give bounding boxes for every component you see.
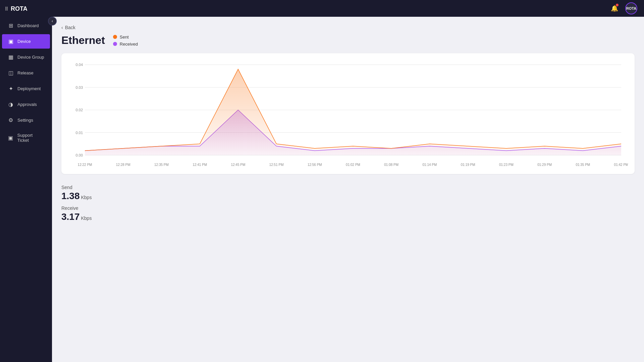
chart-container — [68, 61, 628, 169]
sidebar-item-device[interactable]: ▣ Device — [2, 34, 50, 49]
dots-icon: ⠿ — [5, 6, 8, 12]
collapse-sidebar-button[interactable]: ‹ — [48, 17, 57, 25]
device-icon: ▣ — [7, 38, 14, 45]
stats-section: Send 1.38Kbps Receive 3.17Kbps — [61, 183, 635, 228]
main-area: 🔔 ROTA ‹ Back Ethernet Sent Received — [52, 0, 644, 362]
sidebar-item-support-ticket[interactable]: ▣ Support Ticket — [2, 129, 50, 147]
sidebar-item-label: Device — [17, 39, 31, 44]
back-chevron-icon: ‹ — [61, 25, 63, 30]
page-title: Ethernet — [61, 34, 105, 47]
notification-badge — [616, 4, 619, 6]
chart-card — [61, 53, 635, 174]
legend-received-label: Received — [120, 42, 138, 47]
notifications-button[interactable]: 🔔 — [609, 3, 620, 14]
avatar-label: ROTA — [626, 6, 636, 10]
legend-sent-label: Sent — [120, 35, 129, 40]
app-name: ROTA — [11, 5, 28, 12]
approvals-icon: ◑ — [7, 101, 14, 108]
sidebar-item-label: Release — [17, 70, 34, 75]
sidebar-item-label: Deployment — [17, 86, 41, 91]
sidebar-item-device-group[interactable]: ▦ Device Group — [2, 50, 50, 64]
sidebar-item-label: Approvals — [17, 102, 37, 107]
support-icon: ▣ — [7, 135, 14, 141]
sidebar-item-approvals[interactable]: ◑ Approvals — [2, 97, 50, 112]
device-group-icon: ▦ — [7, 54, 14, 60]
content-area: ‹ Back Ethernet Sent Received — [52, 17, 644, 362]
sidebar-item-label: Dashboard — [17, 23, 39, 28]
chart-legend: Sent Received — [113, 35, 138, 47]
sidebar-item-label: Support Ticket — [17, 133, 45, 143]
back-label: Back — [65, 25, 75, 30]
sent-dot — [113, 35, 117, 39]
back-button[interactable]: ‹ Back — [61, 25, 635, 30]
sidebar-item-release[interactable]: ◫ Release — [2, 66, 50, 80]
send-value: 1.38Kbps — [61, 191, 635, 201]
ethernet-chart-canvas — [68, 61, 628, 169]
sidebar-item-label: Device Group — [17, 55, 44, 60]
settings-icon: ⚙ — [7, 117, 14, 123]
sidebar: ‹ ⠿ ROTA ⊞ Dashboard ▣ Device ▦ Device G… — [0, 0, 52, 362]
topbar: 🔔 ROTA — [52, 0, 644, 17]
deployment-icon: ✦ — [7, 85, 14, 92]
receive-unit: Kbps — [81, 216, 92, 221]
sidebar-item-deployment[interactable]: ✦ Deployment — [2, 81, 50, 96]
send-label: Send — [61, 185, 635, 190]
receive-value: 3.17Kbps — [61, 212, 635, 222]
receive-label: Receive — [61, 205, 635, 211]
app-logo: ⠿ ROTA — [0, 0, 52, 18]
sidebar-item-label: Settings — [17, 118, 33, 123]
dashboard-icon: ⊞ — [7, 22, 14, 29]
send-unit: Kbps — [81, 195, 92, 200]
sidebar-item-dashboard[interactable]: ⊞ Dashboard — [2, 18, 50, 33]
release-icon: ◫ — [7, 70, 14, 76]
legend-received: Received — [113, 42, 138, 47]
sidebar-item-settings[interactable]: ⚙ Settings — [2, 113, 50, 127]
page-header: Ethernet Sent Received — [61, 34, 635, 47]
legend-sent: Sent — [113, 35, 138, 40]
received-dot — [113, 42, 117, 46]
user-avatar-button[interactable]: ROTA — [625, 2, 637, 14]
